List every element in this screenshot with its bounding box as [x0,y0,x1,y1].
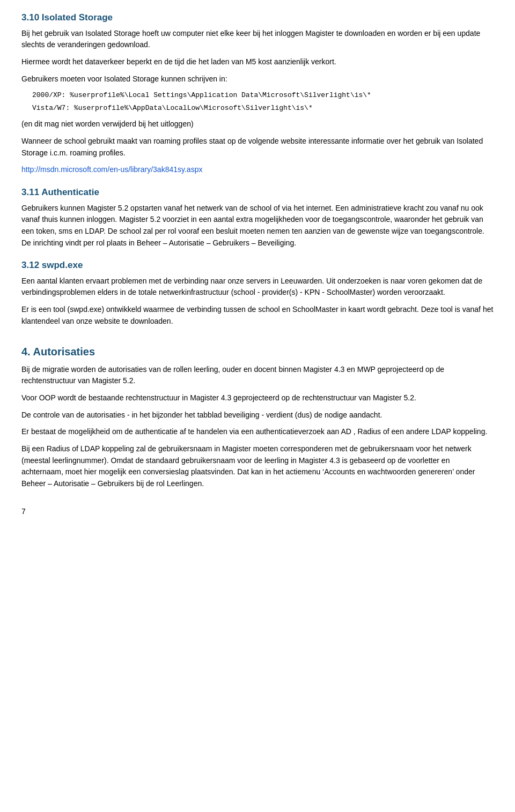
para-311-1: Gebruikers kunnen Magister 5.2 opstarten… [21,203,494,249]
code-line-2: Vista/W7: %userprofile%\AppData\LocalLow… [32,103,494,114]
para-312-2: Er is een tool (swpd.exe) ontwikkeld waa… [21,304,494,327]
code-line-1: 2000/XP: %userprofile%\Local Settings\Ap… [32,90,494,101]
para-4-3: De controle van de autorisaties - in het… [21,409,494,421]
link-310[interactable]: http://msdn.microsoft.com/en-us/library/… [21,164,494,176]
para-4-1: Bij de migratie worden de autorisaties v… [21,364,494,387]
para-310-2: Hiermee wordt het dataverkeer beperkt en… [21,56,494,68]
page-number: 7 [21,506,494,517]
para-310-1: Bij het gebruik van Isolated Storage hoe… [21,28,494,51]
isolated-storage-link[interactable]: http://msdn.microsoft.com/en-us/library/… [21,165,202,174]
code-block-310: 2000/XP: %userprofile%\Local Settings\Ap… [32,90,494,113]
para-310-note: (en dit mag niet worden verwijderd bij h… [21,118,494,130]
heading-311: 3.11 Authenticatie [21,185,494,199]
heading-310: 3.10 Isolated Storage [21,11,494,25]
para-4-4: Er bestaat de mogelijkheid om de authent… [21,426,494,438]
heading-4: 4. Autorisaties [21,344,494,360]
para-310-4: Wanneer de school gebruikt maakt van roa… [21,136,494,159]
para-4-5: Bij een Radius of LDAP koppeling zal de … [21,443,494,490]
para-312-1: Een aantal klanten ervaart problemen met… [21,275,494,299]
para-310-3-intro: Gebruikers moeten voor Isolated Storage … [21,73,494,85]
heading-312: 3.12 swpd.exe [21,258,494,272]
para-4-2: Voor OOP wordt de bestaande rechtenstruc… [21,392,494,404]
